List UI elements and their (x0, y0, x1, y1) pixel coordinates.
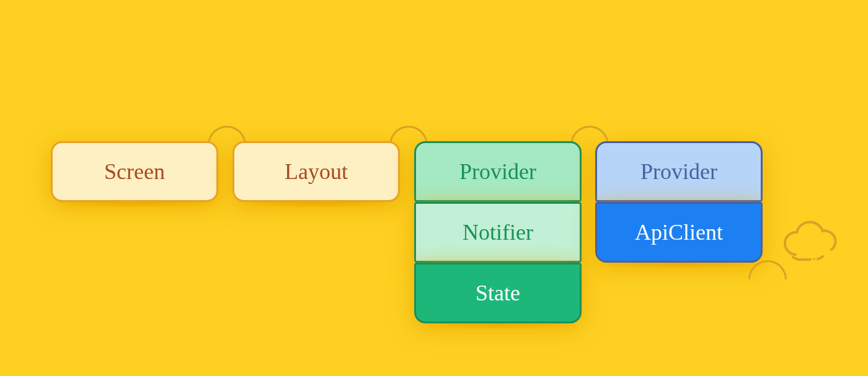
box-layout: Layout (232, 141, 400, 202)
cloud-icon (777, 221, 845, 266)
box-provider-green-label: Provider (459, 159, 536, 185)
box-state: State (414, 263, 582, 323)
architecture-diagram: Screen Layout Provider Notifier State Pr… (0, 0, 868, 376)
box-provider-blue: Provider (595, 141, 763, 202)
box-apiclient-label: ApiClient (635, 219, 723, 245)
box-provider-blue-label: Provider (640, 159, 717, 185)
box-provider-green: Provider (414, 141, 582, 202)
box-state-label: State (476, 280, 520, 306)
box-layout-label: Layout (285, 159, 348, 185)
box-notifier: Notifier (414, 202, 582, 263)
svg-point-0 (813, 258, 815, 260)
box-notifier-label: Notifier (463, 219, 533, 245)
box-apiclient: ApiClient (595, 202, 763, 263)
box-screen: Screen (51, 141, 218, 202)
box-screen-label: Screen (104, 159, 165, 185)
